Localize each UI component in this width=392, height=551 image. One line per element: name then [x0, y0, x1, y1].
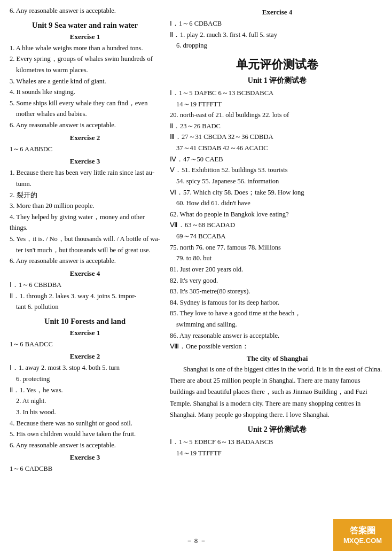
- list-item: 14～19 TTFFTF: [170, 448, 385, 459]
- list-item: 37～41 CBDAB 42～46 ACADC: [170, 143, 385, 154]
- list-item: 86. Any reasonable answer is acceptable.: [170, 330, 385, 342]
- list-item: Ⅱ．1. play 2. much 3. first 4. full 5. st…: [170, 29, 385, 41]
- right-column: Exercise 4 Ⅰ．1～6 CDBACB Ⅱ．1. play 2. muc…: [166, 5, 392, 535]
- list-item: 1. Because there has been very little ra…: [10, 167, 160, 179]
- list-item: Ⅳ．47～50 CAEB: [170, 154, 385, 165]
- ex4-title-right: Exercise 4: [170, 8, 385, 17]
- list-item: Ⅰ．1～5 DAFBC 6～13 BCBDABCA: [170, 88, 385, 99]
- list-item: 3. In his wood.: [10, 407, 160, 418]
- unit1-content: Ⅰ．1～5 DAFBC 6～13 BCBDABCA 14～19 FTFFTT 2…: [170, 88, 385, 352]
- list-item: 6. dropping: [170, 40, 385, 51]
- list-item: 2. 裂开的: [10, 190, 160, 201]
- unit10-ex1-title: Exercise 1: [10, 329, 160, 337]
- watermark: 答案圈 MXQE.COM: [333, 519, 392, 551]
- list-item: 2. At night.: [10, 395, 160, 407]
- list-item: 83. It's 305-metre(80 storeys).: [170, 286, 385, 297]
- composition-body: Shanghai is one of the biggest cities in…: [170, 364, 385, 421]
- list-item: 4. It sounds like singing.: [10, 87, 160, 98]
- ex3-content: 1. Because there has been very little ra…: [10, 167, 160, 267]
- unit10-ex3-content: 1～6 CADCBB: [10, 463, 160, 475]
- list-item: Ⅵ．57. Which city 58. Does；take 59. How l…: [170, 187, 385, 198]
- unit10-ex3-title: Exercise 3: [10, 453, 160, 462]
- ex1-title: Exercise 1: [10, 33, 160, 41]
- list-item: Ⅱ．1. through 2. lakes 3. way 4. joins 5.…: [10, 291, 160, 302]
- ex2-title: Exercise 2: [10, 134, 160, 142]
- list-item: swimming and sailing.: [170, 319, 385, 330]
- list-item: 4. Because there was no sunlight or good…: [10, 418, 160, 429]
- list-item: 84. Sydney is famous for its deep harbor…: [170, 297, 385, 308]
- list-item: 82. It's very good.: [170, 275, 385, 286]
- page-number: － 8 －: [186, 536, 207, 546]
- list-item: Ⅰ．1～6 CBBDBA: [10, 280, 160, 291]
- ex4-right-content: Ⅰ．1～6 CDBACB Ⅱ．1. play 2. much 3. first …: [170, 18, 385, 51]
- list-item: kilometres to warm places.: [10, 65, 160, 76]
- list-item: 1～6 CADCBB: [10, 463, 160, 475]
- composition-title: The city of Shanghai: [170, 354, 385, 363]
- top-line: 6. Any reasonable answer is acceptable.: [10, 5, 160, 17]
- unit10-ex1-content: 1～6 BAADCC: [10, 339, 160, 350]
- list-item: 6. Any reasonable answer is acceptable.: [10, 255, 160, 267]
- list-item: mother whales and babies.: [10, 108, 160, 120]
- watermark-bottom-text: MXQE.COM: [343, 537, 382, 545]
- list-item: 20. north-east of 21. old buildings 22. …: [170, 110, 385, 121]
- list-item: 6. Any reasonable answer is acceptable.: [10, 440, 160, 451]
- list-item: tumn.: [10, 179, 160, 190]
- page: 6. Any reasonable answer is acceptable. …: [0, 0, 392, 551]
- list-item: Ⅰ．1. away 2. most 3. stop 4. both 5. tur…: [10, 362, 160, 374]
- list-item: Ⅷ．One possible version：: [170, 341, 385, 352]
- list-item: 69～74 BCCABA: [170, 231, 385, 242]
- list-item: 85. They love to have a good time at the…: [170, 308, 385, 319]
- big-section-title: 单元评价测试卷: [170, 57, 385, 73]
- unit1-eval-title: Unit 1 评价测试卷: [170, 76, 385, 86]
- list-item: Ⅱ．23～26 BADC: [170, 121, 385, 132]
- ex2-content: 1～6 AABBDC: [10, 144, 160, 155]
- list-item: Ⅶ．63～68 BCADAD: [170, 220, 385, 231]
- unit2-content: Ⅰ．1～5 EDBCF 6～13 BADAABCB 14～19 TTFFTF: [170, 437, 385, 459]
- ex4-title-left: Exercise 4: [10, 269, 160, 278]
- list-item: 1. A blue whale weighs more than a hundr…: [10, 43, 160, 54]
- list-item: 75. north 76. one 77. famous 78. Million…: [170, 242, 385, 253]
- unit10-ex2-title: Exercise 2: [10, 352, 160, 361]
- list-item: 14～19 FTFFTT: [170, 99, 385, 110]
- list-item: 4. They helped by giving water，money and…: [10, 212, 160, 234]
- list-item: Ⅰ．1～5 EDBCF 6～13 BADAABCB: [170, 437, 385, 448]
- list-item: 60. How did 61. didn't have: [170, 198, 385, 209]
- unit2-eval-title: Unit 2 评价测试卷: [170, 425, 385, 434]
- list-item: 3. Whales are a gentle kind of giant.: [10, 76, 160, 87]
- list-item: 3. More than 20 million people.: [10, 200, 160, 212]
- list-item: 6. protecting: [10, 374, 160, 385]
- list-item: Ⅴ．51. Exhibition 52. buildings 53. touri…: [170, 165, 385, 176]
- list-item: 5. Yes，it is. / No，but thousands will. /…: [10, 234, 160, 245]
- ex4-content-left: Ⅰ．1～6 CBBDBA Ⅱ．1. through 2. lakes 3. wa…: [10, 280, 160, 313]
- ex3-title: Exercise 3: [10, 157, 160, 166]
- list-item: 79. to 80. but: [170, 253, 385, 264]
- list-item: Ⅰ．1～6 CDBACB: [170, 18, 385, 29]
- list-item: 62. What do people in Bangkok love eatin…: [170, 209, 385, 220]
- list-item: ter isn't much，but thousands will be of …: [10, 245, 160, 256]
- unit10-ex2-content: Ⅰ．1. away 2. most 3. stop 4. both 5. tur…: [10, 362, 160, 451]
- list-item: 5. His own children would have taken the…: [10, 429, 160, 440]
- list-item: 1～6 BAADCC: [10, 339, 160, 350]
- list-item: 54. spicy 55. Japanese 56. information: [170, 176, 385, 187]
- list-item: 6. Any reasonable answer is acceptable.: [10, 120, 160, 131]
- watermark-top-text: 答案圈: [350, 525, 375, 537]
- list-item: 2. Every spring，groups of whales swim hu…: [10, 53, 160, 65]
- ex1-content: 1. A blue whale weighs more than a hundr…: [10, 43, 160, 131]
- unit9-title: Unit 9 Sea water and rain water: [10, 21, 160, 30]
- list-item: 5. Some ships kill every whale they can …: [10, 98, 160, 109]
- list-item: Ⅲ．27～31 CBCDA 32～36 CDBDA: [170, 131, 385, 143]
- unit10-title: Unit 10 Forests and land: [10, 317, 160, 326]
- list-item: 1～6 AABBDC: [10, 144, 160, 155]
- list-item: tant 6. pollution: [10, 301, 160, 313]
- left-column: 6. Any reasonable answer is acceptable. …: [0, 5, 166, 535]
- list-item: Ⅱ．1. Yes，he was.: [10, 385, 160, 396]
- list-item: 81. Just over 200 years old.: [170, 264, 385, 275]
